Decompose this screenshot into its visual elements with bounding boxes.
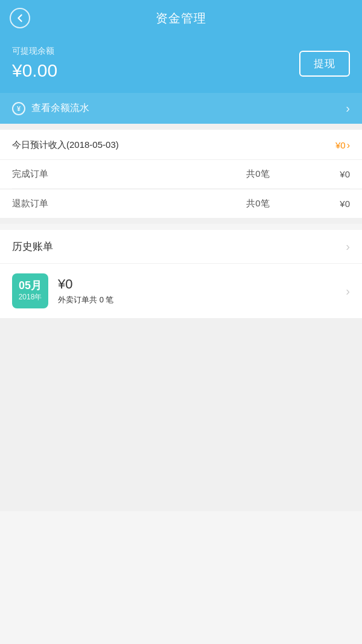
flow-row[interactable]: ¥ 查看余额流水 › <box>0 93 362 124</box>
order-count-refund: 共0笔 <box>176 198 340 209</box>
month-info: ¥0 外卖订单共 0 笔 <box>58 276 336 305</box>
order-row-refund: 退款订单 共0笔 ¥0 <box>0 189 362 218</box>
header: 资金管理 <box>0 0 362 36</box>
balance-label: 可提现余额 <box>12 46 57 57</box>
today-title: 今日预计收入(2018-05-03) <box>12 139 119 151</box>
order-amount-refund: ¥0 <box>340 199 350 209</box>
today-section: 今日预计收入(2018-05-03) ¥0 › <box>0 130 362 159</box>
back-button[interactable] <box>10 8 30 28</box>
history-title: 历史账单 <box>12 240 53 253</box>
section-gap-1 <box>0 124 362 130</box>
section-gap-2 <box>0 218 362 224</box>
month-desc-count: 0 <box>100 295 104 304</box>
order-count-complete: 共0笔 <box>176 168 340 180</box>
today-header[interactable]: 今日预计收入(2018-05-03) ¥0 › <box>12 139 350 159</box>
balance-info: 可提现余额 ¥0.00 <box>12 46 57 81</box>
bottom-area <box>0 318 362 511</box>
history-header[interactable]: 历史账单 › <box>0 230 362 264</box>
withdraw-button[interactable]: 提现 <box>299 51 350 77</box>
balance-amount: ¥0.00 <box>12 60 57 81</box>
history-chevron: › <box>346 240 350 253</box>
balance-section: 可提现余额 ¥0.00 提现 <box>0 36 362 93</box>
order-name-complete: 完成订单 <box>12 168 176 180</box>
month-badge: 05月 2018年 <box>12 273 48 308</box>
month-item-chevron: › <box>346 284 350 298</box>
history-section: 历史账单 › 05月 2018年 ¥0 外卖订单共 0 笔 › <box>0 230 362 318</box>
month-item[interactable]: 05月 2018年 ¥0 外卖订单共 0 笔 › <box>0 264 362 318</box>
order-name-refund: 退款订单 <box>12 198 176 209</box>
order-amount-complete: ¥0 <box>340 169 350 179</box>
month-desc: 外卖订单共 0 笔 <box>58 295 336 305</box>
page-title: 资金管理 <box>156 10 206 27</box>
month-amount: ¥0 <box>58 276 336 292</box>
flow-left: ¥ 查看余额流水 <box>12 102 89 115</box>
month-badge-year: 2018年 <box>19 292 42 302</box>
flow-chevron: › <box>346 101 350 115</box>
month-desc-suffix: 笔 <box>106 295 113 304</box>
today-chevron: › <box>347 140 350 151</box>
today-amount-value: ¥0 <box>335 140 346 150</box>
flow-text: 查看余额流水 <box>31 102 89 115</box>
flow-icon: ¥ <box>12 102 25 115</box>
order-row-complete: 完成订单 共0笔 ¥0 <box>0 159 362 188</box>
today-amount: ¥0 › <box>335 140 350 151</box>
month-badge-month: 05月 <box>19 279 42 293</box>
month-desc-prefix: 外卖订单共 <box>58 295 97 304</box>
